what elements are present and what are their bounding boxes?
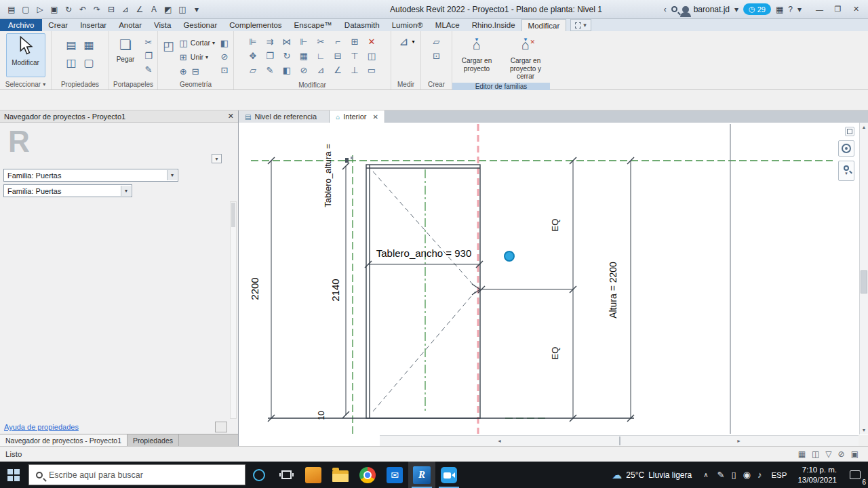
modify-selector[interactable]: ▾ (570, 19, 591, 31)
dim-2140[interactable]: 2140 (330, 279, 341, 301)
help-caret-icon[interactable]: ▾ (797, 5, 802, 14)
cope-icon[interactable]: ⊘ (218, 50, 231, 62)
save-icon[interactable]: ▣ (48, 3, 60, 16)
scroll-down-icon[interactable]: ▼ (860, 426, 868, 434)
unpin-icon[interactable]: ⊥ (347, 63, 363, 77)
aligned-dimension-icon[interactable]: ∠ (134, 3, 146, 16)
app-mail[interactable]: ✉ (381, 462, 408, 488)
open-icon[interactable]: ▷ (34, 3, 46, 16)
default-3d-view-icon[interactable]: ◩ (162, 3, 174, 16)
app-file-explorer[interactable] (327, 462, 354, 488)
scroll-left-icon[interactable]: ◄ (380, 436, 619, 445)
split-icon[interactable]: ✂ (313, 35, 330, 49)
cope-icon[interactable]: ◫ (363, 49, 380, 63)
copy-to-clipboard-icon[interactable]: ❐ (142, 49, 155, 62)
navbar-options-icon[interactable] (845, 127, 854, 136)
cut-geometry-icon[interactable]: ◰ (160, 37, 177, 55)
scroll-up-icon[interactable]: ▲ (860, 123, 868, 131)
start-button[interactable] (0, 462, 27, 488)
cut-icon[interactable]: ✂ (142, 36, 155, 48)
dim-tablero-ancho[interactable]: Tablero_ancho = 930 (376, 247, 472, 259)
dim-10[interactable]: 10 (317, 411, 326, 420)
paint-icon[interactable]: ◧ (279, 63, 296, 77)
drawing-canvas[interactable]: 2200 Tablero_altura = 2140 Tablero_ancho… (239, 123, 868, 446)
design-options-icon[interactable]: ◫ (812, 449, 819, 459)
family-selector-combo[interactable]: Familia: Puertas ▾ (3, 169, 178, 182)
load-into-project-button[interactable]: ⌂ ▼ Cargar en proyecto (454, 33, 499, 81)
beam-icon[interactable]: ⊟ (191, 65, 201, 77)
combo-caret-icon[interactable]: ▾ (121, 186, 131, 196)
app-chrome[interactable] (354, 462, 381, 488)
exclude-options-icon[interactable]: ⊘ (838, 449, 845, 459)
redo-icon[interactable]: ↷ (91, 3, 103, 16)
tab-modificar[interactable]: Modificar (521, 19, 567, 31)
dim-altura[interactable]: Altura = 2200 (608, 262, 618, 319)
paste-button[interactable]: ❏ Pegar (111, 33, 140, 77)
combo-caret-icon[interactable]: ▾ (167, 170, 177, 180)
delete-icon[interactable]: ✕ (363, 35, 380, 49)
measure-icon[interactable]: ⊿ (119, 3, 132, 16)
preview-caret-icon[interactable]: ▾ (212, 154, 222, 163)
create-group-icon[interactable]: ▱ (430, 35, 443, 47)
angle-icon[interactable]: ∠ (330, 63, 347, 77)
language-indicator[interactable]: ESP (766, 471, 792, 479)
signed-in-user[interactable]: baronat.jd (694, 5, 730, 14)
battery-icon[interactable]: ▯ (731, 470, 736, 480)
action-center-button[interactable]: 6 (842, 462, 868, 488)
vertical-scroll-thumb[interactable] (861, 270, 867, 293)
close-button[interactable]: ✕ (847, 2, 865, 17)
tab-enscape[interactable]: Enscape™ (288, 19, 338, 31)
drag-control-dot[interactable] (505, 251, 514, 261)
scroll-right-icon[interactable]: ► (619, 436, 859, 445)
properties-icon[interactable]: ▤ (62, 36, 80, 54)
tab-archivo[interactable]: Archivo (0, 19, 42, 31)
sync-icon[interactable]: ↻ (62, 3, 75, 16)
mirror-icon[interactable]: ⋈ (279, 35, 296, 49)
maximize-button[interactable]: ❐ (829, 2, 847, 17)
tab-anotar[interactable]: Anotar (113, 19, 148, 31)
modify-button[interactable]: Modificar (6, 33, 45, 77)
demolish-icon[interactable]: ⊘ (296, 63, 313, 77)
palette-resize-grip[interactable] (215, 422, 227, 432)
paint-icon[interactable]: ◧ (218, 37, 231, 49)
bottom-tab-propiedades[interactable]: Propiedades (127, 434, 179, 446)
taskbar-search[interactable]: Escribe aquí para buscar (28, 464, 245, 485)
user-caret-icon[interactable]: ▾ (734, 5, 738, 14)
qat-caret-icon[interactable]: ▾ (191, 3, 203, 16)
app-revit[interactable]: R (408, 462, 435, 488)
app-camera[interactable] (435, 462, 462, 488)
print-icon[interactable]: ⊟ (105, 3, 117, 16)
tab-complementos[interactable]: Complementos (223, 19, 288, 31)
unir-button[interactable]: ⊞ Unir ▾ (178, 51, 215, 63)
minimize-button[interactable]: — (810, 2, 829, 17)
horizontal-scrollbar[interactable]: ◄ ► (380, 435, 859, 446)
background-processes-icon[interactable]: ▣ (851, 449, 859, 459)
palette-header[interactable]: Navegador de proyectos - Proyecto1 ✕ (0, 110, 238, 123)
array-icon[interactable]: ▦ (296, 49, 313, 63)
tab-vista[interactable]: Vista (148, 19, 177, 31)
undo-icon[interactable]: ↶ (77, 3, 89, 16)
view-tab-interior[interactable]: ⌂ Interior ✕ (330, 110, 385, 123)
copy-icon[interactable]: ❐ (262, 49, 279, 63)
view-tab-nivel-de-referencia[interactable]: ▤ Nivel de referencia (239, 110, 330, 123)
opening-icon[interactable]: ▭ (363, 63, 380, 77)
tab-mlace[interactable]: MLAce (429, 19, 466, 31)
dim-2200[interactable]: 2200 (249, 277, 260, 300)
back-icon[interactable]: ‹ (664, 5, 667, 14)
cortar-button[interactable]: ◫ Cortar ▾ (178, 37, 215, 49)
tab-lumion[interactable]: Lumion® (386, 19, 429, 31)
app-store-icon[interactable]: ▦ (776, 5, 783, 14)
text-icon[interactable]: A (148, 3, 160, 16)
horizontal-scroll-thumb[interactable] (619, 436, 620, 445)
type-properties-icon[interactable]: ◫ (62, 54, 80, 71)
family-types-icon[interactable]: ▦ (80, 36, 98, 54)
pin-icon[interactable]: ⊤ (347, 49, 363, 63)
pen-icon[interactable]: ✎ (717, 470, 725, 480)
tab-gestionar[interactable]: Gestionar (177, 19, 223, 31)
tab-rhino-inside[interactable]: Rhino.Inside (466, 19, 521, 31)
match-icon[interactable]: ✎ (262, 63, 279, 77)
dim-eq-bottom[interactable]: EQ (550, 347, 560, 360)
offset-icon[interactable]: ⇉ (262, 35, 279, 49)
scale-icon[interactable]: ▱ (245, 63, 262, 77)
move-icon[interactable]: ✥ (245, 49, 262, 63)
